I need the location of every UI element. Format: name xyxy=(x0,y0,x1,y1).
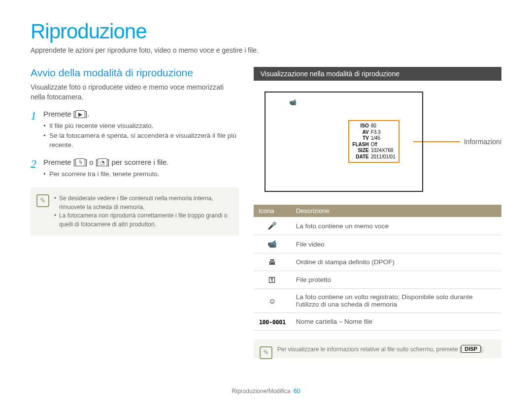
step-bullet: Per scorrere tra i file, tenete premuto. xyxy=(43,169,239,179)
right-column: Visualizzazione nella modalità di riprod… xyxy=(254,67,501,358)
play-button-icon: ▶ xyxy=(75,110,85,118)
step-bullet: Il file più recente viene visualizzato. xyxy=(43,121,239,131)
table-row: ⚿ File protetto xyxy=(254,271,501,289)
step-text: Premete [▶]. xyxy=(43,110,239,118)
page-number: 60 xyxy=(294,388,300,395)
table-desc: File protetto xyxy=(291,271,501,289)
note-icon: ✎ xyxy=(36,194,49,207)
table-desc: La foto contiene un volto registrato; Di… xyxy=(291,289,501,313)
table-header-icon: Icona xyxy=(254,205,291,217)
table-row: 📹 File video xyxy=(254,235,501,253)
table-desc: Nome cartella – Nome file xyxy=(291,313,501,331)
camcorder-icon: 📹 xyxy=(254,235,291,253)
note-item: Se desiderate vedere i file contenuti ne… xyxy=(54,194,232,212)
info-overlay: ISO80 AVF3.3 TV1/45 FLASHOff SIZE1024X76… xyxy=(348,120,399,163)
step-text: Premete [ϟ] o [◔] per scorrere i file. xyxy=(43,158,239,166)
section-heading: Avvio della modalità di riproduzione xyxy=(31,67,239,79)
step-number: 1 xyxy=(31,110,43,150)
step-1: 1 Premete [▶]. Il file più recente viene… xyxy=(31,110,239,150)
flash-icon: ϟ xyxy=(75,158,85,166)
file-number: 100-0001 xyxy=(360,99,393,106)
disp-button-icon: DISP xyxy=(461,345,481,353)
printer-icon: 🖶 xyxy=(254,253,291,271)
note-box: ✎ Per visualizzare le informazioni relat… xyxy=(254,339,501,358)
table-row: 100-0001 Nome cartella – Nome file xyxy=(254,313,501,331)
file-number-icon: 100-0001 xyxy=(254,313,291,331)
note-text: Per visualizzare le informazioni relativ… xyxy=(277,346,484,353)
table-desc: File video xyxy=(291,235,501,253)
key-icon: ⚿ xyxy=(254,271,291,289)
mic-icon: 🎤 xyxy=(254,217,291,235)
page-title: Riproduzione xyxy=(31,20,501,43)
note-item: La fotocamera non riprodurrà correttamen… xyxy=(54,212,232,229)
note-icon: ✎ xyxy=(260,346,272,359)
subsection-bar: Visualizzazione nella modalità di riprod… xyxy=(254,67,501,81)
section-intro: Visualizzate foto o riproducete video e … xyxy=(31,83,239,102)
page-lead: Apprendete le azioni per riprodurre foto… xyxy=(31,46,501,54)
play-mode-icon: ▶ xyxy=(270,96,285,108)
table-row: 🖶 Ordine di stampa definito (DPOF) xyxy=(254,253,501,271)
battery-icon xyxy=(407,99,417,105)
table-desc: La foto contiene un memo voce xyxy=(291,217,501,235)
step-number: 2 xyxy=(31,158,43,179)
left-column: Avvio della modalità di riproduzione Vis… xyxy=(31,67,254,358)
card-icon: 1M xyxy=(396,100,404,105)
table-row: ☺ La foto contiene un volto registrato; … xyxy=(254,289,501,313)
step-bullet: Se la fotocamera è spenta, si accenderà … xyxy=(43,131,239,150)
camcorder-icon: 📹 xyxy=(289,99,297,106)
table-desc: Ordine di stampa definito (DPOF) xyxy=(291,253,501,271)
step-2: 2 Premete [ϟ] o [◔] per scorrere i file.… xyxy=(31,158,239,179)
lock-icon: ⚿ xyxy=(310,99,316,106)
icon-table: Icona Descrizione 🎤 La foto contiene un … xyxy=(254,205,501,331)
manual-page: Riproduzione Apprendete le azioni per ri… xyxy=(0,0,532,401)
callout-label: Informazioni xyxy=(464,138,501,146)
page-footer: Riproduzione/Modifica 60 xyxy=(31,388,501,395)
face-icon: ☺ xyxy=(254,289,291,313)
footer-section: Riproduzione/Modifica xyxy=(232,388,291,395)
printer-icon: 🖶 xyxy=(300,99,306,106)
table-row: 🎤 La foto contiene un memo voce xyxy=(254,217,501,235)
note-box: ✎ Se desiderate vedere i file contenuti … xyxy=(31,187,239,236)
lcd-preview: ▶ 📹 🖶 ⚿ ☺ 100-0001 1M ISO8 xyxy=(265,92,423,192)
face-icon: ☺ xyxy=(320,99,326,106)
table-header-desc: Descrizione xyxy=(291,205,501,217)
timer-icon: ◔ xyxy=(98,158,107,166)
